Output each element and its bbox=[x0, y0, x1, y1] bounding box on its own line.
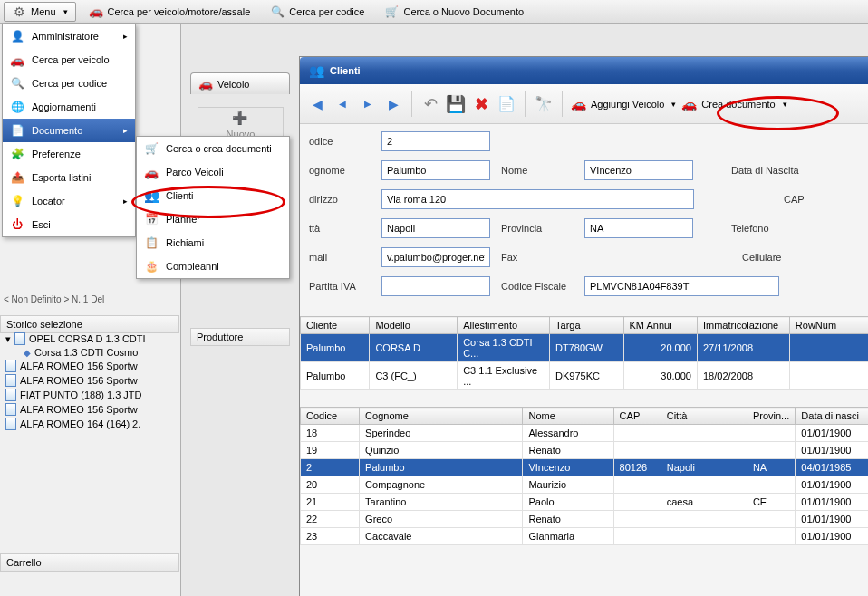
col-header[interactable]: Cliente bbox=[301, 317, 370, 334]
car-icon bbox=[89, 5, 103, 19]
col-header[interactable]: Data di nasci bbox=[796, 408, 868, 425]
clienti-window: Clienti Aggiungi Veicolo Crea documento … bbox=[299, 56, 868, 596]
veicolo-tab[interactable]: Veicolo bbox=[190, 72, 290, 94]
menu-item-amministratore[interactable]: Amministratore bbox=[3, 24, 135, 48]
indirizzo-field[interactable] bbox=[381, 189, 694, 209]
nav-next-icon[interactable] bbox=[358, 94, 378, 114]
menu-item-esci[interactable]: Esci bbox=[3, 213, 135, 236]
delete-icon[interactable] bbox=[471, 94, 491, 114]
table-row[interactable]: 21TarantinoPaolo caesaCE01/01/1900 bbox=[301, 494, 869, 511]
undo-icon[interactable] bbox=[420, 94, 440, 114]
separator bbox=[411, 91, 412, 117]
history-item[interactable]: ALFA ROMEO 164 (164) 2. bbox=[2, 417, 178, 431]
collapse-icon: ▾ bbox=[5, 333, 11, 345]
menu-item-esporta-listini[interactable]: Esporta listini bbox=[3, 166, 135, 189]
menu-item-label: Esci bbox=[32, 219, 51, 230]
col-header[interactable]: Allestimento bbox=[458, 317, 550, 334]
history-item[interactable]: ALFA ROMEO 156 Sportw bbox=[2, 373, 178, 388]
menu-item-cerca-per-codice[interactable]: Cerca per codice bbox=[3, 72, 135, 95]
history-item[interactable]: Corsa 1.3 CDTI Cosmo bbox=[2, 346, 178, 359]
vehicles-grid[interactable]: ClienteModelloAllestimentoTargaKM AnnuiI… bbox=[300, 316, 868, 390]
citta-field[interactable] bbox=[381, 218, 490, 238]
carrello-header[interactable]: Carrello bbox=[0, 553, 179, 572]
table-row[interactable]: 2PalumboVIncenzo80126 NapoliNA04/01/1985 bbox=[301, 459, 869, 476]
clients-grid[interactable]: CodiceCognomeNomeCAPCittàProvin...Data d… bbox=[300, 407, 868, 545]
create-document-button[interactable]: Crea documento bbox=[681, 97, 786, 111]
piva-field[interactable] bbox=[381, 276, 490, 296]
submenu-item-label: Clienti bbox=[166, 190, 194, 201]
table-row[interactable]: PalumboCORSA DCorsa 1.3 CDTI C...DT780GW… bbox=[301, 334, 869, 362]
binoculars-icon[interactable] bbox=[534, 94, 554, 114]
table-row[interactable]: 22GrecoRenato 01/01/1900 bbox=[301, 511, 869, 528]
indirizzo-label: dirizzo bbox=[309, 194, 371, 205]
history-item[interactable]: FIAT PUNTO (188) 1.3 JTD bbox=[2, 388, 178, 402]
users-icon bbox=[144, 188, 159, 203]
history-header[interactable]: Storico selezione bbox=[0, 315, 179, 333]
car-icon bbox=[10, 53, 24, 67]
menu-item-documento[interactable]: Documento bbox=[3, 119, 135, 142]
doc-icon bbox=[5, 403, 16, 416]
save-icon[interactable] bbox=[446, 94, 466, 114]
submenu-item-compleanni[interactable]: Compleanni bbox=[137, 255, 289, 278]
history-tree: ▾OPEL CORSA D 1.3 CDTICorsa 1.3 CDTI Cos… bbox=[2, 332, 178, 431]
history-item[interactable]: ALFA ROMEO 156 Sportw bbox=[2, 359, 178, 373]
cognome-label: ognome bbox=[309, 165, 371, 176]
nav-last-icon[interactable] bbox=[383, 94, 403, 114]
col-header[interactable]: Provin... bbox=[747, 408, 795, 425]
col-header[interactable]: Codice bbox=[301, 408, 360, 425]
codice-field[interactable] bbox=[381, 131, 490, 151]
history-label: ALFA ROMEO 156 Sportw bbox=[20, 375, 138, 386]
col-header[interactable]: RowNum bbox=[789, 317, 868, 334]
nav-prev-icon[interactable] bbox=[333, 94, 352, 114]
submenu-item-richiami[interactable]: Richiami bbox=[137, 231, 289, 255]
col-header[interactable]: Immatricolazione bbox=[697, 317, 789, 334]
col-header[interactable]: CAP bbox=[613, 408, 661, 425]
cf-field[interactable] bbox=[584, 276, 779, 296]
col-header[interactable]: Nome bbox=[523, 408, 613, 425]
search-document-button[interactable]: Cerca o Nuovo Documento bbox=[377, 3, 531, 21]
menu-item-label: Locator bbox=[32, 196, 65, 207]
menu-item-aggiornamenti[interactable]: Aggiornamenti bbox=[3, 95, 135, 119]
search-code-button[interactable]: Cerca per codice bbox=[263, 3, 371, 21]
submenu-item-parco-veicoli[interactable]: Parco Veicoli bbox=[137, 160, 289, 184]
submenu-item-cerca-o-crea-documenti[interactable]: Cerca o crea documenti bbox=[137, 137, 289, 160]
col-header[interactable]: Modello bbox=[370, 317, 458, 334]
search-code-label: Cerca per codice bbox=[289, 6, 364, 17]
submenu-item-planner[interactable]: Planner bbox=[137, 207, 289, 231]
col-header[interactable]: Città bbox=[661, 408, 747, 425]
pref-icon bbox=[10, 147, 24, 161]
clients-grid-wrap: CodiceCognomeNomeCAPCittàProvin...Data d… bbox=[300, 407, 868, 545]
table-row[interactable]: 18SperindeoAlessandro 01/01/1900 bbox=[301, 425, 869, 442]
col-header[interactable]: KM Annui bbox=[623, 317, 697, 334]
menu-item-label: Esporta listini bbox=[32, 172, 91, 183]
cap-label: CAP bbox=[784, 194, 805, 205]
vehicle-icon bbox=[571, 97, 586, 111]
breadcrumb: < Non Definito > N. 1 Del bbox=[4, 294, 104, 304]
produttore-header[interactable]: Produttore bbox=[190, 328, 290, 346]
table-row[interactable]: 20CompagnoneMaurizio 01/01/1900 bbox=[301, 476, 869, 494]
nav-first-icon[interactable] bbox=[307, 94, 327, 114]
cognome-field[interactable] bbox=[381, 160, 490, 180]
nome-field[interactable] bbox=[584, 160, 693, 180]
history-item[interactable]: ALFA ROMEO 156 Sportw bbox=[2, 402, 178, 417]
submenu-item-clienti[interactable]: Clienti bbox=[137, 184, 289, 207]
email-field[interactable] bbox=[381, 247, 490, 267]
doc-icon bbox=[5, 418, 16, 430]
search-vehicle-label: Cerca per veicolo/motore/assale bbox=[108, 6, 251, 17]
provincia-field[interactable] bbox=[584, 218, 693, 238]
menu-button[interactable]: Menu bbox=[4, 2, 76, 22]
col-header[interactable]: Targa bbox=[550, 317, 623, 334]
menu-item-cerca-per-veicolo[interactable]: Cerca per veicolo bbox=[3, 48, 135, 72]
menu-item-locator[interactable]: Locator bbox=[3, 189, 135, 213]
new-icon[interactable] bbox=[497, 94, 516, 114]
clienti-titlebar[interactable]: Clienti bbox=[300, 57, 868, 84]
history-item[interactable]: ▾OPEL CORSA D 1.3 CDTI bbox=[2, 332, 178, 346]
table-row[interactable]: 19QuinzioRenato 01/01/1900 bbox=[301, 442, 869, 459]
add-vehicle-button[interactable]: Aggiungi Veicolo bbox=[571, 97, 676, 111]
menu-item-preferenze[interactable]: Preferenze bbox=[3, 142, 135, 166]
provincia-label: Provincia bbox=[501, 223, 574, 234]
table-row[interactable]: 23CaccavaleGianmaria 01/01/1900 bbox=[301, 528, 869, 545]
col-header[interactable]: Cognome bbox=[360, 408, 523, 425]
table-row[interactable]: PalumboC3 (FC_)C3 1.1 Exclusive ...DK975… bbox=[301, 362, 869, 390]
search-vehicle-button[interactable]: Cerca per veicolo/motore/assale bbox=[82, 3, 258, 21]
